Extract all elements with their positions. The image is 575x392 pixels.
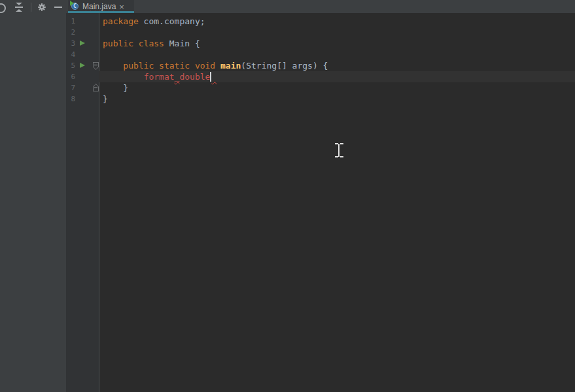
- run-icon[interactable]: [80, 41, 85, 46]
- run-overlay-icon: [70, 1, 74, 6]
- line-number: 6: [66, 73, 75, 81]
- project-panel: [0, 0, 66, 392]
- gutter-cell: 8: [66, 93, 99, 105]
- code-text[interactable]: }: [99, 93, 575, 105]
- code-token: public class: [103, 39, 164, 48]
- code-token: }: [103, 83, 128, 93]
- code-line[interactable]: 1package com.company;: [66, 16, 575, 27]
- ide-window: C Main.java × 1package com.company;23pub…: [0, 0, 575, 392]
- code-line[interactable]: 8}: [66, 93, 575, 105]
- code-text[interactable]: public class Main {: [99, 38, 575, 49]
- code-text[interactable]: [99, 49, 575, 60]
- code-line[interactable]: 3public class Main {: [66, 38, 575, 49]
- gutter-cell: 7: [66, 82, 99, 93]
- line-number: 4: [66, 50, 75, 59]
- code-editor[interactable]: 1package com.company;23public class Main…: [66, 13, 575, 392]
- java-class-runnable-icon: C: [71, 2, 80, 11]
- code-token: (String[] args) {: [241, 61, 328, 71]
- fold-marker-icon[interactable]: [93, 84, 99, 91]
- code-token: com.company;: [139, 16, 205, 26]
- code-line[interactable]: 4: [66, 49, 575, 60]
- code-text[interactable]: package com.company;: [99, 16, 575, 27]
- line-number: 8: [66, 95, 75, 103]
- run-icon[interactable]: [80, 63, 85, 68]
- hide-panel-minus-icon[interactable]: [53, 2, 63, 12]
- code-line[interactable]: 7 }: [66, 82, 575, 93]
- tab-close-icon[interactable]: ×: [119, 3, 124, 11]
- gutter-cell: 3: [66, 38, 99, 49]
- gutter-cell: 1: [66, 16, 99, 27]
- line-number: 2: [66, 28, 75, 37]
- code-token: public static void: [123, 61, 220, 71]
- code-token: main: [220, 61, 241, 71]
- tab-label: Main.java: [82, 2, 116, 11]
- line-number: 5: [66, 61, 75, 70]
- code-token: [103, 72, 144, 82]
- code-text[interactable]: [99, 27, 575, 38]
- code-lines: 1package com.company;23public class Main…: [66, 16, 575, 105]
- gutter-cell: 5: [66, 60, 99, 71]
- code-text[interactable]: format_double: [99, 71, 575, 82]
- tab-main-java[interactable]: C Main.java ×: [68, 0, 134, 13]
- code-line[interactable]: 5 public static void main(String[] args)…: [66, 60, 575, 71]
- line-number: 1: [66, 17, 75, 25]
- code-token: }: [103, 94, 108, 104]
- code-line[interactable]: 6 format_double: [66, 71, 575, 82]
- code-token: Main {: [164, 39, 200, 48]
- code-token: [211, 72, 217, 82]
- gutter-cell: 6: [66, 71, 99, 82]
- gutter-cell: 2: [66, 27, 99, 38]
- history-icon-circle: [0, 3, 6, 13]
- code-line[interactable]: 2: [66, 27, 575, 38]
- toolbar-divider: [31, 3, 31, 12]
- code-text[interactable]: public static void main(String[] args) {: [99, 60, 575, 71]
- line-number: 3: [66, 39, 75, 48]
- settings-gear-icon[interactable]: [37, 2, 47, 12]
- collapse-all-icon[interactable]: [14, 2, 24, 12]
- code-token: format: [144, 72, 175, 82]
- fold-marker-icon[interactable]: [93, 62, 99, 70]
- code-token: package: [103, 16, 139, 26]
- project-panel-toolbar: [0, 0, 66, 14]
- code-text[interactable]: }: [99, 82, 575, 93]
- line-number: 7: [66, 84, 75, 92]
- code-token: double: [179, 72, 210, 82]
- history-icon[interactable]: [0, 2, 5, 12]
- code-token: [103, 61, 123, 71]
- editor-tab-bar: C Main.java ×: [66, 0, 575, 13]
- gutter-cell: 4: [66, 49, 99, 60]
